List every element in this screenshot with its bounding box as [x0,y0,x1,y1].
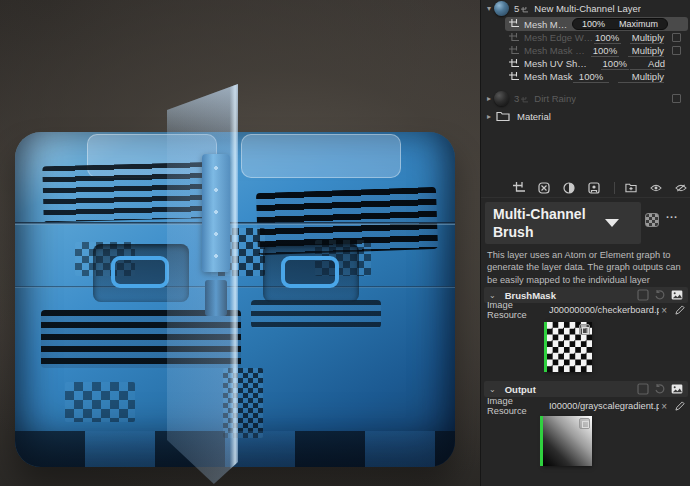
delete-mask-icon[interactable] [538,182,550,194]
transform-mask-icon [509,72,519,82]
chevron-down-icon[interactable]: ⌄ [489,291,496,300]
layer-number: 3 [514,93,519,104]
opacity-field[interactable]: 100% [594,32,621,44]
layers-toolbar [481,179,690,198]
map-slot-icon [637,383,649,395]
add-folder-icon[interactable] [625,182,637,194]
resource-value[interactable]: I00000/grayscalegradient.png [549,401,659,411]
adjustment-contrast-icon[interactable] [563,182,575,194]
visibility-checkbox[interactable] [672,94,681,103]
layer-thumbnail[interactable] [494,1,509,16]
channel-name: Mesh UV Shell Mask [524,58,592,69]
right-panel: ▾ 5 New Multi-Channel Layer Mesh Mask Pa… [480,0,690,486]
section-header-output[interactable]: ⌄ Output [484,381,688,397]
opacity-field[interactable]: 100% [573,71,609,83]
blend-mode-field[interactable]: Multiply [618,71,664,83]
resource-badge-icon [579,418,590,429]
resource-row-brushmask: Image Resource J00000000/checkerboard.pn… [487,303,687,317]
blend-mode-value[interactable]: Maximum [619,19,658,29]
layer-type-title: Multi-Channel Brush [485,205,603,241]
thumbnail-status-bar [540,416,543,466]
opacity-blend-pill[interactable]: 100% Maximum [572,18,668,30]
edit-resource-icon[interactable] [675,401,685,411]
crate-lid-handle-right [241,134,401,178]
layer-name: Dirt Rainy [534,93,576,104]
resource-label: Image Resource [487,300,549,320]
transform-mask-icon [509,59,519,69]
visibility-checkbox[interactable] [672,33,681,42]
layer-name: Material [517,111,551,122]
transform-mask-icon [509,46,519,56]
edit-resource-icon[interactable] [675,305,685,315]
application-window: ▾ 5 New Multi-Channel Layer Mesh Mask Pa… [0,0,690,486]
channel-name: Mesh Edge Wear M… [524,32,594,43]
channel-row[interactable]: Mesh Mask 100% Multiply [481,70,690,83]
channel-row-selected[interactable]: Mesh Mask Painti… 100% Maximum [505,17,688,31]
layer-row-dirt[interactable]: ▸ 3 Dirt Rainy [481,89,690,107]
transform-mask-mini-icon [521,97,528,104]
resource-label: Image Resource [487,396,549,416]
section-label: Output [505,384,632,395]
chevron-down-icon[interactable]: ▾ [484,4,494,13]
mask-checker-patch [65,382,135,422]
resource-badge-icon [579,324,590,335]
toolbar-separator [614,182,615,194]
chevron-down-icon[interactable]: ⌄ [489,385,496,394]
reset-icon [654,289,666,301]
clear-resource-icon[interactable]: × [661,305,667,316]
thumbnail-status-bar [544,322,547,372]
channel-row[interactable]: Mesh UV Shell Mask 100% Add [481,57,690,70]
chevron-right-icon[interactable]: ▸ [484,112,494,121]
viewport-3d[interactable] [0,0,480,486]
folder-icon [496,110,510,122]
layer-type-selector[interactable]: Multi-Channel Brush [485,202,641,244]
layer-row-parent[interactable]: ▾ 5 New Multi-Channel Layer [481,0,690,17]
opacity-value[interactable]: 100% [582,19,605,29]
opacity-field[interactable]: 100% [601,58,629,70]
clear-resource-icon[interactable]: × [661,401,667,412]
mirror-plane[interactable] [167,84,238,484]
hide-eye-icon[interactable] [675,182,687,194]
crate-handle-right [263,244,359,302]
transform-mask-icon [509,33,519,43]
chevron-right-icon[interactable]: ▸ [484,94,494,103]
image-icon[interactable] [671,289,683,301]
blend-mode-field[interactable]: Add [630,58,665,70]
layer-thumbnail[interactable] [494,91,509,106]
resource-value[interactable]: J00000000/checkerboard.png [549,305,659,315]
channel-row[interactable]: Mesh Mask Painting 100% Multiply [481,44,690,57]
channel-row[interactable]: Mesh Edge Wear M… 100% Multiply [481,31,690,44]
transform-mask-icon[interactable] [513,182,525,194]
visibility-checkbox[interactable] [672,46,681,55]
more-options-button[interactable]: ... [666,208,678,220]
show-eye-icon[interactable] [650,182,662,194]
transform-mask-icon [509,19,519,29]
map-slot-icon [637,289,649,301]
transform-mask-mini-icon [521,7,528,14]
layer-row-material[interactable]: ▸ Material [481,107,690,125]
section-label: BrushMask [505,290,632,301]
mask-stamp-icon[interactable] [588,182,600,194]
preview-stamp-icon[interactable] [645,213,659,227]
reset-icon [654,383,666,395]
dropdown-arrow-icon [605,219,619,227]
blend-mode-field[interactable]: Multiply [630,32,664,44]
crate-vents-bottom-right [251,300,381,328]
gradient-thumbnail[interactable] [543,416,592,466]
layer-name: New Multi-Channel Layer [534,3,641,14]
blend-mode-field[interactable]: Multiply [628,45,664,57]
checkerboard-thumbnail[interactable] [547,322,592,372]
layer-number: 5 [514,3,519,14]
channel-name: Mesh Mask Painti… [524,19,572,30]
channel-name: Mesh Mask [524,71,573,82]
resource-row-output: Image Resource I00000/grayscalegradient.… [487,399,687,413]
opacity-field[interactable]: 100% [591,45,619,57]
channel-name: Mesh Mask Painting [524,45,591,56]
image-icon[interactable] [671,383,683,395]
